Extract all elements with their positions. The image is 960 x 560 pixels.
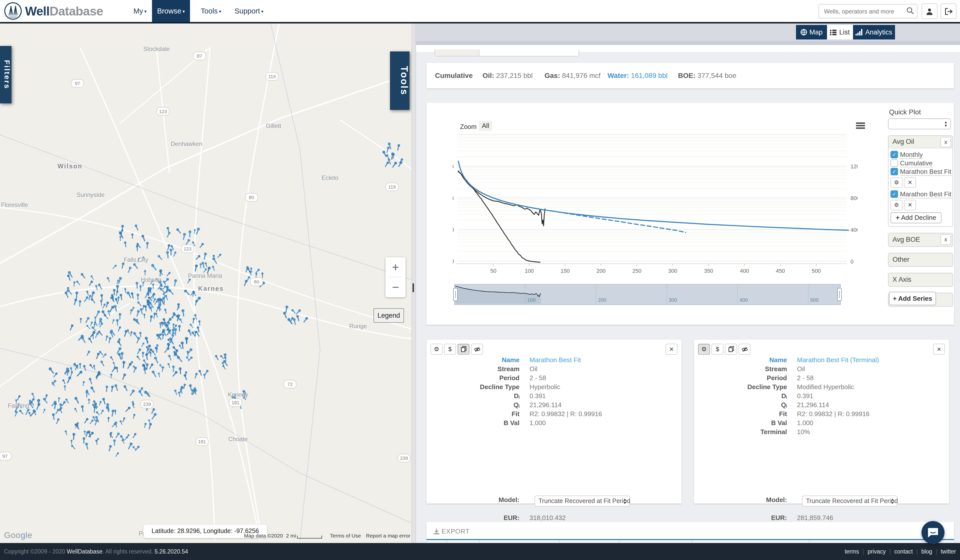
well-pin-icon[interactable]	[117, 340, 122, 347]
copy-button[interactable]	[725, 344, 737, 355]
well-pin-icon[interactable]	[89, 419, 94, 424]
well-pin-icon[interactable]	[65, 398, 69, 404]
filters-tab[interactable]: Filters	[0, 46, 11, 104]
well-pin-icon[interactable]	[168, 354, 172, 361]
well-pin-icon[interactable]	[214, 355, 219, 361]
well-pin-icon[interactable]	[73, 281, 76, 287]
well-pin-icon[interactable]	[136, 245, 139, 251]
well-pin-icon[interactable]	[48, 367, 55, 375]
well-pin-icon[interactable]	[70, 444, 76, 450]
nav-item-my[interactable]: My ▾	[129, 0, 151, 22]
well-pin-icon[interactable]	[85, 442, 89, 450]
well-pin-icon[interactable]	[74, 396, 80, 404]
well-pin-icon[interactable]	[96, 411, 100, 416]
well-pin-icon[interactable]	[102, 353, 107, 359]
well-pin-icon[interactable]	[83, 296, 89, 303]
series-toggle-label[interactable]: Cumulative	[900, 159, 933, 167]
well-pin-icon[interactable]	[124, 241, 127, 247]
well-pin-icon[interactable]	[110, 356, 114, 361]
well-pin-icon[interactable]	[72, 433, 75, 440]
well-pin-icon[interactable]	[100, 409, 104, 415]
well-pin-icon[interactable]	[95, 310, 101, 317]
well-pin-icon[interactable]	[183, 383, 186, 389]
model-select[interactable]: Truncate Recovered at Fit Period▲▼	[802, 496, 898, 507]
export-button[interactable]: EXPORT	[434, 528, 469, 535]
well-pin-icon[interactable]	[76, 370, 83, 377]
well-pin-icon[interactable]	[173, 251, 177, 257]
group-header[interactable]: X Axis	[888, 273, 952, 286]
well-pin-icon[interactable]	[79, 363, 81, 368]
series-toggle-row[interactable]: Cumulative	[891, 159, 952, 168]
well-pin-icon[interactable]	[112, 264, 117, 269]
well-pin-icon[interactable]	[125, 406, 131, 413]
well-pin-icon[interactable]	[153, 313, 156, 319]
well-pin-icon[interactable]	[80, 336, 86, 344]
search-icon[interactable]	[907, 7, 914, 14]
well-pin-icon[interactable]	[43, 408, 46, 414]
tools-tab[interactable]: Tools	[390, 51, 410, 110]
well-pin-icon[interactable]	[120, 420, 123, 425]
well-pin-icon[interactable]	[124, 288, 127, 293]
well-pin-icon[interactable]	[111, 366, 117, 373]
well-pin-icon[interactable]	[174, 389, 178, 395]
well-pin-icon[interactable]	[92, 334, 94, 339]
well-pin-icon[interactable]	[123, 385, 128, 391]
well-pin-icon[interactable]	[115, 290, 119, 296]
nav-item-browse[interactable]: Browse ▾	[152, 0, 190, 22]
close-icon[interactable]: x	[941, 234, 951, 245]
well-pin-icon[interactable]	[67, 271, 74, 278]
signout-button[interactable]	[941, 3, 957, 19]
well-pin-icon[interactable]	[159, 270, 163, 276]
well-pin-icon[interactable]	[100, 294, 103, 300]
well-pin-icon[interactable]	[126, 362, 132, 369]
well-pin-icon[interactable]	[83, 365, 87, 371]
chart-navigator[interactable]: 100200300400500	[453, 283, 848, 311]
search-input[interactable]	[823, 5, 905, 18]
well-pin-icon[interactable]	[105, 385, 109, 392]
well-pin-icon[interactable]	[194, 372, 198, 379]
well-pin-icon[interactable]	[136, 294, 139, 300]
well-pin-icon[interactable]	[172, 346, 178, 352]
well-pin-icon[interactable]	[88, 377, 93, 385]
well-pin-icon[interactable]	[84, 430, 86, 436]
well-pin-icon[interactable]	[102, 303, 106, 309]
well-pin-icon[interactable]	[94, 316, 96, 321]
series-toggle-label[interactable]: Marathon Best Fit	[900, 168, 951, 175]
well-pin-icon[interactable]	[98, 283, 103, 290]
well-pin-icon[interactable]	[108, 445, 112, 452]
well-pin-icon[interactable]	[111, 319, 115, 324]
well-pin-icon[interactable]	[86, 324, 91, 330]
close-card-button[interactable]: ✕	[933, 344, 945, 355]
well-pin-icon[interactable]	[19, 409, 24, 415]
gear-icon[interactable]: ⚙	[891, 200, 902, 210]
well-pin-icon[interactable]	[158, 372, 160, 377]
well-pin-icon[interactable]	[165, 295, 168, 300]
gear-icon[interactable]: ⚙	[891, 177, 902, 188]
well-pin-icon[interactable]	[133, 263, 139, 270]
well-pin-icon[interactable]	[107, 277, 110, 282]
well-pin-icon[interactable]	[141, 234, 146, 242]
well-pin-icon[interactable]	[291, 309, 296, 314]
group-header[interactable]: Avg Oilx	[888, 136, 952, 148]
well-pin-icon[interactable]	[396, 144, 400, 151]
decline-chart-plot[interactable]: 101001k10k040080012005010015020025030035…	[453, 128, 858, 277]
well-pin-icon[interactable]	[164, 308, 167, 314]
checkbox-checked[interactable]: ✓	[891, 168, 898, 175]
add-series-button[interactable]: +Add Series	[889, 292, 936, 305]
well-pin-icon[interactable]	[149, 352, 152, 357]
well-pin-icon[interactable]	[117, 326, 122, 332]
well-pin-icon[interactable]	[154, 356, 159, 364]
checkbox[interactable]	[891, 160, 898, 167]
footer-link-contact[interactable]: contact	[894, 549, 913, 555]
well-pin-icon[interactable]	[69, 324, 74, 331]
well-pin-icon[interactable]	[134, 224, 139, 231]
well-pin-icon[interactable]	[217, 253, 222, 258]
well-pin-icon[interactable]	[114, 384, 119, 391]
series-toggle-row[interactable]: ✓Marathon Best Fit (Terminal)	[891, 190, 952, 198]
well-pin-icon[interactable]	[108, 337, 112, 343]
well-pin-icon[interactable]	[243, 279, 248, 287]
well-pin-icon[interactable]	[132, 432, 137, 439]
well-pin-icon[interactable]	[141, 342, 145, 347]
well-pin-icon[interactable]	[103, 313, 109, 320]
well-pin-icon[interactable]	[151, 370, 157, 378]
